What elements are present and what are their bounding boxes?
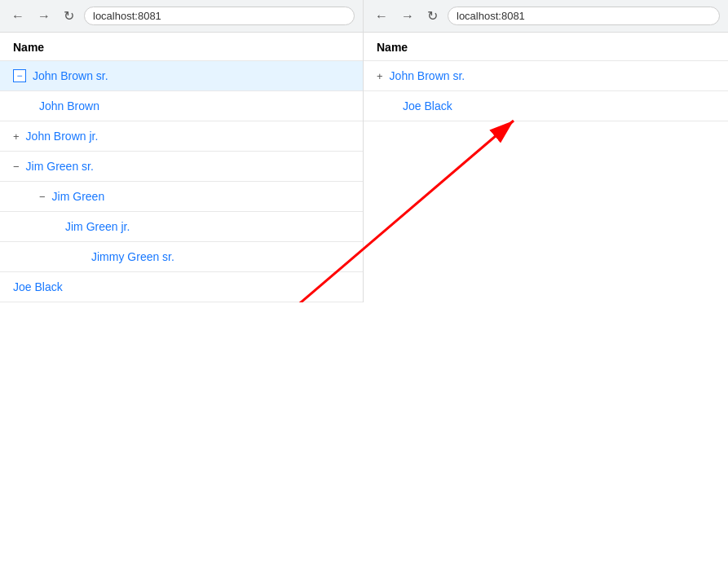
left-browser-panel: ← → ↻ Name − John Brown sr. John Brown +… (0, 0, 364, 302)
left-column-header: Name (0, 33, 363, 61)
left-reload-button[interactable]: ↻ (60, 7, 77, 25)
left-toolbar: ← → ↻ (0, 0, 363, 33)
row-label: Joe Black (403, 99, 452, 112)
row-label: John Brown jr. (26, 130, 99, 143)
left-back-button[interactable]: ← (8, 7, 28, 25)
row-label: John Brown (39, 99, 99, 112)
right-back-button[interactable]: ← (372, 7, 391, 25)
right-reload-button[interactable]: ↻ (424, 7, 441, 25)
table-row[interactable]: Joe Black (0, 272, 363, 302)
left-address-bar[interactable] (84, 7, 355, 25)
right-browser-panel: ← → ↻ Name + John Brown sr. Joe Black (364, 0, 728, 302)
table-row[interactable]: + John Brown jr. (0, 121, 363, 152)
table-row[interactable]: − Jim Green sr. (0, 152, 363, 182)
row-label: John Brown sr. (390, 69, 465, 82)
expand-plus-icon[interactable]: + (377, 70, 383, 82)
row-label: John Brown sr. (33, 69, 108, 82)
table-row[interactable]: − Jim Green (0, 182, 363, 212)
main-container: ← → ↻ Name − John Brown sr. John Brown +… (0, 0, 728, 302)
table-row[interactable]: + John Brown sr. (364, 61, 728, 91)
table-row[interactable]: Joe Black (364, 91, 728, 121)
table-row[interactable]: Jim Green jr. (0, 212, 363, 242)
table-row[interactable]: Jimmy Green sr. (0, 242, 363, 272)
expand-plus-icon[interactable]: + (13, 130, 20, 143)
right-column-header: Name (364, 33, 728, 61)
collapse-minus-icon[interactable]: − (13, 161, 20, 173)
collapse-icon[interactable]: − (13, 69, 26, 82)
row-label: Jim Green jr. (65, 220, 130, 233)
right-address-bar[interactable] (448, 7, 720, 25)
table-row[interactable]: − John Brown sr. (0, 61, 363, 91)
left-forward-button[interactable]: → (34, 7, 54, 25)
row-label: Jim Green (52, 190, 105, 203)
collapse-minus-icon[interactable]: − (39, 191, 46, 203)
row-label: Jim Green sr. (26, 160, 94, 173)
right-toolbar: ← → ↻ (364, 0, 728, 33)
row-label: Joe Black (13, 280, 63, 293)
table-row[interactable]: John Brown (0, 91, 363, 121)
row-label: Jimmy Green sr. (91, 250, 174, 263)
right-forward-button[interactable]: → (398, 7, 417, 25)
